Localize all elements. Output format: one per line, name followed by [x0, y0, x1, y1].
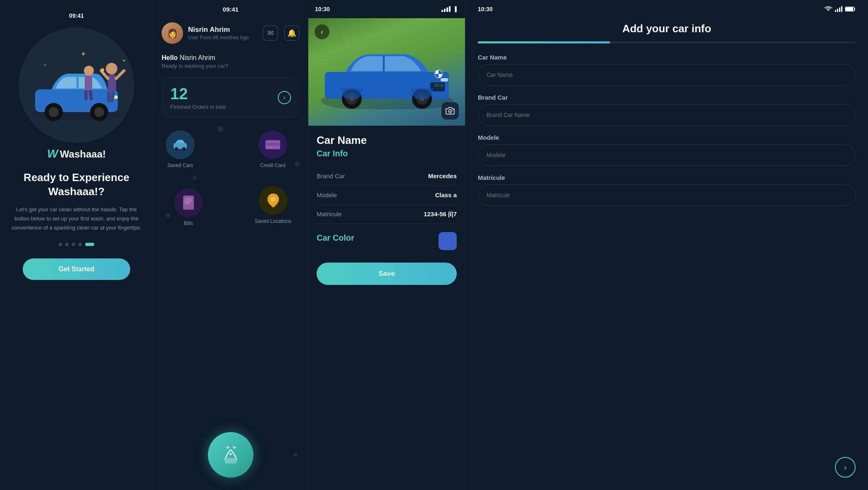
battery-icon-4: [845, 6, 856, 12]
svg-line-12: [116, 71, 124, 79]
wash-button-circle[interactable]: [208, 432, 253, 478]
camera-icon: [446, 107, 455, 115]
status-bar-2: 09:41: [153, 0, 308, 18]
svg-rect-57: [854, 8, 855, 10]
user-details: Nisrin Ahrim User From 06 monthes Ago: [188, 26, 249, 41]
wash-icon: [219, 444, 242, 466]
svg-text:✦: ✦: [122, 58, 126, 64]
logo-w: W: [47, 147, 58, 160]
add-car-info-title: Add your car info: [478, 18, 856, 37]
car-image-container: ‹: [308, 18, 465, 126]
svg-point-13: [84, 66, 94, 76]
credit-card-icon: [265, 139, 281, 151]
credit-card-label: Credit Card: [260, 163, 285, 168]
next-button[interactable]: ›: [835, 457, 856, 478]
greeting-text: Hello Nisrin Ahrim: [162, 54, 300, 62]
modele-value: Class a: [435, 191, 457, 198]
car-name-label: Car Name: [478, 54, 856, 61]
profile-header: 👩 Nisrin Ahrim User From 06 monthes Ago …: [153, 18, 308, 48]
modele-form-label: Modele: [478, 134, 856, 141]
onboarding-panel: 09:41: [0, 0, 153, 490]
progress-fill: [478, 41, 610, 43]
status-time-1: 09:41: [69, 12, 84, 19]
dot-3: [72, 243, 75, 246]
mail-button[interactable]: ✉: [262, 25, 278, 41]
svg-text:✦: ✦: [81, 50, 86, 57]
svg-point-5: [94, 107, 104, 117]
svg-rect-30: [185, 201, 192, 202]
dot-5-active: [85, 243, 94, 246]
svg-rect-29: [185, 198, 192, 200]
svg-rect-15: [84, 90, 88, 100]
greeting-section: Hello Nisrin Ahrim Ready to washing your…: [153, 48, 308, 73]
menu-grid: Saved Cars Credit Card: [153, 122, 308, 490]
progress-bar: [478, 41, 856, 43]
orders-count: 12: [170, 85, 226, 103]
svg-rect-58: [846, 7, 853, 11]
brand-car-form-label: Brand Car: [478, 94, 856, 101]
saved-cars-icon: [173, 139, 188, 151]
menu-item-saved-locations[interactable]: Saved Locations: [255, 186, 291, 224]
car-detail-panel: 10:30 ▌ ‹: [308, 0, 465, 490]
header-action-icons: ✉ 🔔: [262, 25, 300, 41]
svg-rect-55: [453, 110, 453, 110]
battery-icon: ▌: [455, 6, 458, 12]
user-name: Nisrin Ahrim: [188, 26, 249, 34]
status-bar-4: 10:30: [478, 0, 856, 18]
svg-rect-14: [85, 76, 92, 90]
menu-item-saved-cars[interactable]: Saved Cars: [166, 130, 195, 168]
dashboard-panel: 09:41 👩 Nisrin Ahrim User From 06 monthe…: [153, 0, 308, 490]
status-time-4: 10:30: [478, 6, 493, 12]
menu-item-credit-card[interactable]: Credit Card: [258, 130, 287, 168]
add-car-info-panel: 10:30 Add your car info: [465, 0, 868, 490]
brand-car-group: Brand Car: [478, 94, 856, 126]
orders-label: Finished Orders in total: [170, 104, 226, 110]
orders-card[interactable]: 12 Finished Orders in total ›: [162, 77, 300, 118]
car-name-input[interactable]: [478, 64, 856, 86]
camera-button[interactable]: [441, 102, 459, 120]
svg-rect-44: [441, 78, 448, 81]
status-bar-3: 10:30 ▌: [308, 0, 465, 18]
orders-arrow-button[interactable]: ›: [278, 91, 291, 104]
profile-info: 👩 Nisrin Ahrim User From 06 monthes Ago: [162, 22, 249, 44]
illustration-circle: ✦ ✦ ✦: [19, 27, 134, 143]
svg-point-33: [229, 453, 232, 455]
matricule-group: Matricule: [478, 174, 856, 206]
onboarding-description: Let's get your car clean without the has…: [8, 205, 145, 232]
get-started-button[interactable]: Get Started: [23, 258, 130, 280]
notification-button[interactable]: 🔔: [284, 25, 300, 41]
user-since: User From 06 monthes Ago: [188, 35, 249, 41]
svg-rect-31: [185, 203, 190, 204]
menu-item-bills[interactable]: Bills: [174, 188, 203, 226]
modele-key: Modele: [317, 191, 337, 198]
status-icons-3: ▌: [441, 6, 458, 12]
saved-locations-label: Saved Locations: [255, 218, 291, 224]
matricule-input[interactable]: [478, 184, 856, 206]
status-time-2: 09:41: [223, 6, 238, 13]
matricule-form-label: Matricule: [478, 174, 856, 181]
save-button[interactable]: Save: [317, 263, 457, 285]
orders-info: 12 Finished Orders in total: [170, 85, 226, 110]
credit-card-icon-bg: [258, 130, 287, 159]
matricule-row: Matricule 1234-56 |Ï|7: [317, 205, 457, 224]
greeting-subtitle: Ready to washing your car?: [162, 63, 300, 69]
decor-dot-6: [293, 453, 298, 457]
dot-2: [65, 243, 69, 246]
saved-locations-icon-bg: [259, 186, 288, 215]
color-swatch[interactable]: [439, 232, 457, 250]
wifi-icon-4: [824, 6, 832, 12]
svg-point-3: [49, 107, 59, 117]
bills-icon: [182, 195, 195, 210]
dot-4: [79, 243, 82, 246]
greeting-name: Nisrin Ahrim: [180, 54, 215, 61]
svg-point-17: [101, 68, 104, 72]
svg-point-32: [271, 197, 276, 202]
brand-car-row: Brand Car Mercedes: [317, 167, 457, 186]
svg-point-54: [450, 111, 451, 112]
svg-text:✦: ✦: [43, 63, 47, 67]
car-name-group: Car Name: [478, 54, 856, 86]
modele-input[interactable]: [478, 144, 856, 166]
brand-car-input[interactable]: [478, 104, 856, 126]
car-illustration-svg: ✦ ✦ ✦: [23, 44, 130, 127]
back-button[interactable]: ‹: [315, 24, 329, 39]
